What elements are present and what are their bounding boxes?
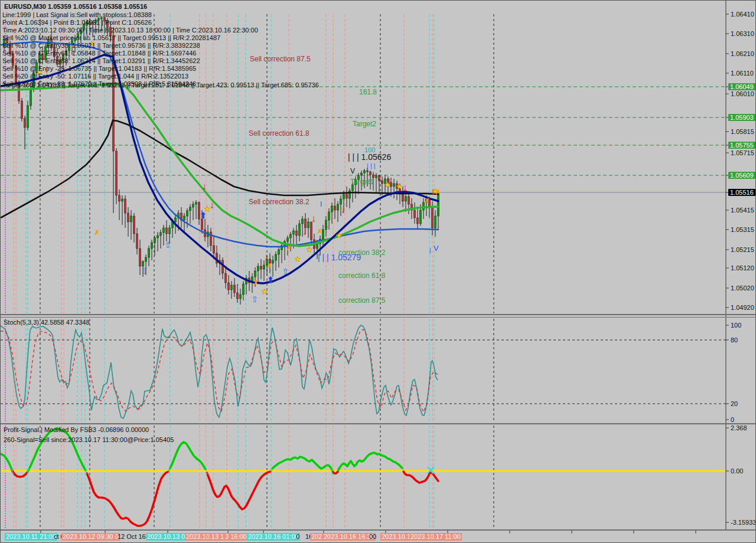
candle-body (225, 273, 227, 283)
candle-body (340, 199, 342, 204)
sell-entry38-line: Sell %10 @ C' Entry38: 1.05021 || Target… (2, 42, 200, 50)
candle-body (287, 238, 289, 241)
candle-body (343, 194, 345, 199)
signal-cross-marker: ↑ (268, 464, 274, 477)
orange-x-icon: ✗ (317, 228, 322, 235)
star-icon: ★ (336, 231, 343, 240)
price-scale-label: 1.06210 (731, 50, 754, 57)
candle-body (116, 151, 118, 195)
price-scale-label: 1.05755 (728, 142, 755, 149)
candle-body (190, 207, 191, 211)
candle-body (139, 248, 141, 266)
buy-arrow-icon: ⬆ (200, 211, 207, 220)
candle-body (346, 194, 348, 198)
candle-body (125, 199, 126, 213)
candle-body (157, 235, 159, 238)
profit-panel-separator[interactable] (1, 423, 756, 424)
candle-body (275, 254, 277, 260)
stoch-main-line (1, 325, 438, 418)
price-scale-label: 1.05715 (731, 149, 754, 156)
candle-body (142, 261, 144, 266)
chart-annotation: correction 61.8 (338, 272, 386, 280)
star-icon: ★ (396, 182, 403, 191)
candle-body (272, 260, 274, 263)
time-axis-label: 0 (295, 533, 301, 541)
candle-body (293, 231, 295, 234)
candle-body (334, 206, 336, 210)
candle-body (260, 266, 262, 269)
chart-annotation: | | | (367, 162, 376, 169)
buy-hollow-arrow-icon: ⇧ (141, 266, 148, 276)
candle-body (393, 184, 395, 187)
candle-body (184, 216, 185, 220)
time-axis-label: 2023.10.17 11:00 (409, 533, 462, 541)
points-line: Point A:1.06394 | Point B:1.04951 | Poin… (2, 19, 152, 27)
chart-annotation: | (429, 247, 431, 254)
chart-annotation: Sell correction 38.2 (249, 198, 309, 206)
signal-cross-marker: ✕ (426, 464, 436, 477)
candle-body (263, 265, 265, 269)
price-scale-label: 1.05315 (731, 226, 754, 233)
profit-line-neg (207, 472, 271, 509)
signal-cross-marker: ↑ (25, 464, 31, 477)
star-icon: ★ (307, 246, 313, 254)
sell-entry61-line: Sell %10 @ C' Entry61: 1.05848 || Target… (2, 50, 196, 57)
sell-arrow-icon: ↓ (302, 226, 308, 237)
candle-body (160, 233, 162, 235)
chart-annotation: | | | 1.05626 (348, 152, 391, 162)
candle-body (322, 230, 324, 239)
candle-body (376, 175, 377, 178)
signal-cross-marker: ↓ (203, 464, 209, 477)
signal-line: Line:1999 | Last Signal is:Sell with sto… (2, 11, 152, 19)
profit-scale-label: 0.00 (731, 467, 743, 475)
price-scale-label: 1.06049 (728, 83, 755, 90)
stoch-panel-separator[interactable] (1, 314, 756, 315)
candle-body (379, 175, 380, 181)
candle-body (234, 285, 236, 293)
sell-entry-50-line: Sell %20 @ Entry -50: 1.07116 || Target:… (2, 73, 188, 80)
sell-arrow-icon: ↓ (341, 204, 346, 215)
candle-body (367, 171, 369, 172)
price-scale-label: 1.05020 (731, 284, 754, 292)
candle-body (438, 193, 439, 216)
candle-body (302, 219, 304, 224)
price-scale-label: 1.04920 (731, 304, 754, 311)
candle-body (228, 283, 230, 290)
profit-line-pos (170, 442, 206, 469)
stoch-scale-label: 100 (731, 322, 741, 329)
time-axis-label: 2023.10.1 (380, 533, 412, 541)
price-scale-label: 1.05215 (731, 246, 754, 253)
chart-annotation: correction 87.5 (338, 296, 386, 305)
candle-body (417, 218, 419, 224)
times-line: Time A:2023.10.12 09:30:00 | Time B:2023… (2, 27, 258, 34)
candle-body (145, 257, 147, 261)
candle-body (131, 216, 132, 222)
candle-body (201, 219, 203, 230)
stoch-label: Stoch(5,3,3) 42.5858 47.3348 (4, 319, 90, 326)
candle-body (222, 260, 224, 273)
time-axis-label: 00 (368, 533, 377, 541)
candle-body (231, 285, 233, 290)
candle-body (290, 234, 292, 238)
chart-annotation: I (320, 200, 322, 208)
signal-cross-marker: ↓ (329, 464, 335, 477)
candle-body (278, 250, 280, 254)
sell-arrow-icon: ↓ (311, 213, 317, 224)
sell-arrow-icon: ↓ (264, 251, 269, 263)
chart-annotation: V (350, 167, 355, 175)
price-scale-label: 1.05903 (728, 114, 755, 121)
orange-x-icon: ✗ (94, 229, 99, 236)
candle-body (122, 199, 123, 201)
time-axis-label: 2023.10.13 03 (146, 533, 190, 541)
chart-annotation: Target1 (350, 178, 374, 186)
candle-body (133, 216, 135, 234)
candle-body (169, 228, 171, 234)
candle-body (364, 171, 366, 173)
candle-body (370, 172, 372, 175)
profit-line-pos (272, 457, 332, 470)
orange-x-icon: ✗ (435, 188, 440, 195)
candle-body (175, 218, 177, 222)
chart-annotation: Sell correction 61.8 (249, 129, 309, 138)
chart-annotation: | | | 1.05279 (318, 253, 361, 262)
candle-body (24, 119, 26, 127)
